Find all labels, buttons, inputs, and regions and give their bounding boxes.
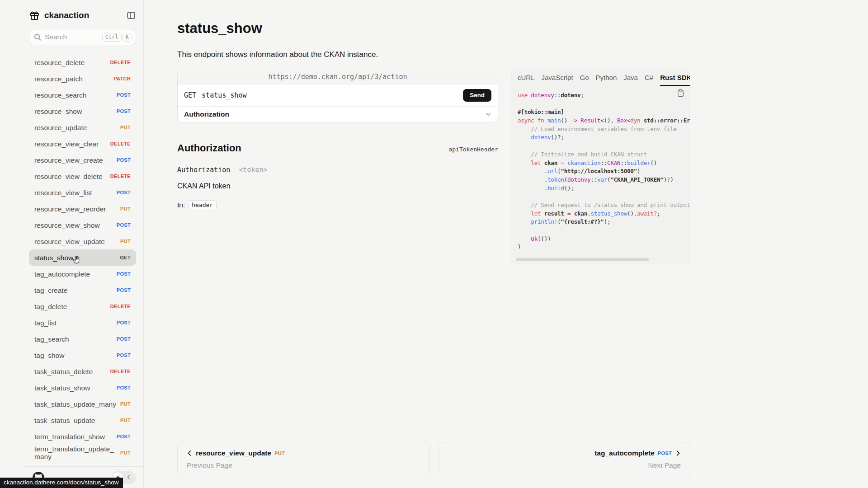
sidebar-item-resource_update[interactable]: resource_updatePUT [29,119,136,136]
endpoint-nav-list: resource_deleteDELETEresource_patchPATCH… [29,54,136,466]
search-placeholder: Search [45,33,98,41]
sidebar-item-tag_create[interactable]: tag_createPOST [29,282,136,298]
kbd-k: K [123,33,132,42]
sidebar-item-resource_search[interactable]: resource_searchPOST [29,87,136,103]
endpoint-label: resource_search [34,91,86,99]
endpoint-label: term_translation_update_many [34,445,117,460]
sidebar-item-tag_show[interactable]: tag_showPOST [29,347,136,363]
sidebar-item-task_status_show[interactable]: task_status_showPOST [29,380,136,396]
method-badge: DELETE [110,304,131,309]
search-input[interactable]: Search CtrlK [29,29,136,45]
auth-scheme-name: apiTokenHeader [448,146,498,153]
endpoint-label: resource_view_show [34,221,100,229]
request-method: GET [184,91,196,99]
tab-curl[interactable]: cURL [518,74,535,86]
sidebar-item-status_show[interactable]: status_showGET [29,249,136,266]
sidebar-item-task_status_update[interactable]: task_status_updatePUT [29,412,136,428]
sidebar-item-term_translation_show[interactable]: term_translation_showPOST [29,428,136,445]
method-badge: PUT [120,450,131,455]
sidebar-item-resource_view_create[interactable]: resource_view_createPOST [29,152,136,168]
method-badge: POST [117,222,131,228]
sidebar-item-resource_patch[interactable]: resource_patchPATCH [29,70,136,87]
authorization-heading: Authorization [177,142,241,154]
tab-javascript[interactable]: JavaScript [542,74,573,86]
chevron-right-icon [675,450,681,456]
next-page-label: tag_autocomplete [594,449,655,457]
main-content: status_show This endpoint shows informat… [144,0,868,488]
tab-go[interactable]: Go [580,74,589,86]
method-badge: PUT [120,401,131,407]
sidebar-item-resource_view_show[interactable]: resource_view_showPOST [29,217,136,233]
endpoint-label: tag_delete [34,303,67,310]
previous-page-method-badge: PUT [274,450,285,456]
playground-column: https://demo.ckan.org/api/3/action GET s… [177,69,498,210]
code-line: .url("http://localhost:5000") [518,167,690,176]
sidebar-collapse-button[interactable] [126,10,136,20]
dark-theme-button[interactable]: ☾ [124,472,135,483]
previous-page-top: resource_view_update PUT [187,449,420,457]
sidebar-item-task_status_update_many[interactable]: task_status_update_manyPUT [29,396,136,412]
auth-parameter-name: Authorization [177,166,230,174]
endpoint-label: resource_patch [34,75,83,83]
code-line: // Load environment variables from .env … [518,125,690,134]
endpoint-label: resource_view_update [34,238,105,245]
endpoint-label: task_status_show [34,384,90,392]
code-line: dotenv()?; [518,133,690,142]
code-sample-panel: cURLJavaScriptGoPythonJavaC#Rust SDK use… [511,69,690,263]
code-line: // Initialize and build CKAN struct [518,150,690,159]
sidebar-item-term_translation_update_many[interactable]: term_translation_update_manyPUT [29,445,136,461]
endpoint-label: resource_delete [34,59,85,66]
method-badge: POST [117,352,131,358]
sidebar-item-tag_delete[interactable]: tag_deleteDELETE [29,298,136,314]
code-line [518,142,690,150]
endpoint-label: resource_view_delete [34,173,103,180]
content-row: https://demo.ckan.org/api/3/action GET s… [177,69,868,263]
copy-code-button[interactable] [677,89,684,99]
sidebar-item-resource_view_clear[interactable]: resource_view_clearDELETE [29,136,136,152]
previous-page-card[interactable]: resource_view_update PUT Previous Page [177,442,430,477]
horizontal-scrollbar[interactable] [516,258,649,261]
sidebar-item-task_status_delete[interactable]: task_status_deleteDELETE [29,363,136,380]
auth-in-row: In: header [177,200,498,210]
code-line: } [518,243,690,249]
sidebar-item-resource_view_reorder[interactable]: resource_view_reorderPUT [29,201,136,217]
search-icon [34,33,41,41]
sidebar-item-resource_view_list[interactable]: resource_view_listPOST [29,184,136,201]
method-badge: DELETE [110,174,131,179]
endpoint-label: resource_show [34,108,82,115]
sidebar-item-resource_delete[interactable]: resource_deleteDELETE [29,54,136,70]
code-line [518,226,690,235]
tab-rust-sdk[interactable]: Rust SDK [660,74,690,86]
tab-python[interactable]: Python [596,74,617,86]
authorization-heading-row: Authorization apiTokenHeader [177,142,498,154]
endpoint-label: term_translation_show [34,433,105,441]
next-page-card[interactable]: tag_autocomplete POST Next Page [438,442,691,477]
authorization-toggle[interactable]: Authorization [178,106,498,122]
code-line: // Send request to /status_show and prin… [518,201,690,210]
next-page-method-badge: POST [658,450,672,456]
endpoint-label: resource_update [34,124,87,131]
tab-c-[interactable]: C# [645,74,653,86]
sidebar-item-resource_view_update[interactable]: resource_view_updatePUT [29,233,136,249]
tab-java[interactable]: Java [623,74,638,86]
vertical-spacer [177,263,868,442]
pagination: resource_view_update PUT Previous Page t… [177,442,690,477]
sidebar-item-tag_autocomplete[interactable]: tag_autocompletePOST [29,266,136,282]
sidebar-item-tag_list[interactable]: tag_listPOST [29,314,136,331]
next-page-top: tag_autocomplete POST [448,449,681,457]
sidebar: ckanaction Search CtrlK resource_deleteD… [0,0,144,488]
language-tab-bar: cURLJavaScriptGoPythonJavaC#Rust SDK [511,69,690,86]
sidebar-item-resource_show[interactable]: resource_showPOST [29,103,136,119]
endpoint-label: resource_view_list [34,189,92,197]
gift-logo-icon [29,10,40,21]
method-badge: POST [117,434,131,439]
code-line: Ok(()) [518,235,690,244]
auth-in-value-chip: header [188,200,217,210]
sidebar-header: ckanaction [29,5,136,25]
method-badge: POST [117,92,131,98]
send-button[interactable]: Send [463,89,491,102]
sidebar-item-resource_view_delete[interactable]: resource_view_deleteDELETE [29,168,136,184]
endpoint-label: resource_view_clear [34,140,99,148]
sidebar-item-tag_search[interactable]: tag_searchPOST [29,331,136,347]
method-badge: POST [117,157,131,163]
